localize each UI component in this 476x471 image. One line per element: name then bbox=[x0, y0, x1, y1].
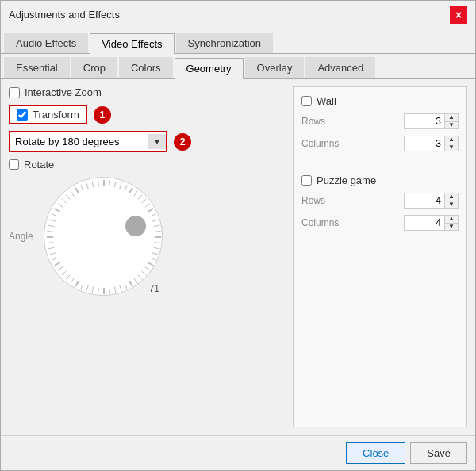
wall-checkbox[interactable] bbox=[301, 96, 312, 106]
tab-audio-effects[interactable]: Audio Effects bbox=[4, 33, 88, 53]
transform-dropdown[interactable]: No transform Rotate by 90 degrees Rotate… bbox=[10, 132, 148, 151]
svg-line-18 bbox=[152, 253, 159, 255]
divider bbox=[301, 163, 459, 163]
svg-line-5 bbox=[129, 188, 132, 193]
tab-video-effects[interactable]: Video Effects bbox=[90, 33, 174, 54]
svg-line-55 bbox=[75, 188, 79, 193]
rotate-label: Rotate bbox=[24, 159, 54, 170]
tab-colors[interactable]: Colors bbox=[119, 57, 173, 78]
wall-rows-down-button[interactable]: ▼ bbox=[445, 122, 458, 129]
close-button[interactable]: Close bbox=[346, 442, 405, 464]
dialog-title: Adjustments and Effects bbox=[9, 9, 120, 21]
svg-line-44 bbox=[47, 243, 53, 243]
puzzle-checkbox[interactable] bbox=[301, 175, 312, 186]
interactive-zoom-row: Interactive Zoom bbox=[9, 86, 285, 98]
puzzle-columns-down-button[interactable]: ▼ bbox=[445, 224, 458, 231]
svg-line-42 bbox=[50, 253, 56, 255]
left-panel: Interactive Zoom Transform 1 No transfor… bbox=[9, 86, 285, 427]
tab-overlay[interactable]: Overlay bbox=[245, 57, 305, 78]
svg-line-46 bbox=[47, 231, 53, 232]
svg-line-52 bbox=[61, 199, 66, 203]
knob-container[interactable]: 71 bbox=[44, 177, 163, 296]
wall-rows-spinner: ▲ ▼ bbox=[404, 113, 459, 129]
rotate-label-row: Rotate bbox=[9, 159, 285, 170]
puzzle-label: Puzzle game bbox=[317, 174, 376, 186]
dialog-close-button[interactable]: × bbox=[450, 6, 467, 24]
svg-line-33 bbox=[86, 285, 88, 292]
svg-line-11 bbox=[150, 214, 155, 216]
dialog: Adjustments and Effects × Audio Effects … bbox=[0, 0, 476, 471]
tab-synchronization[interactable]: Synchronization bbox=[176, 33, 274, 53]
svg-line-57 bbox=[86, 183, 88, 190]
wall-columns-buttons: ▲ ▼ bbox=[444, 136, 458, 151]
badge-1: 1 bbox=[94, 106, 111, 124]
svg-line-16 bbox=[155, 243, 161, 243]
svg-line-14 bbox=[155, 231, 161, 232]
puzzle-columns-buttons: ▲ ▼ bbox=[444, 216, 458, 230]
svg-line-54 bbox=[71, 191, 75, 196]
svg-line-47 bbox=[48, 225, 55, 227]
svg-line-23 bbox=[138, 275, 142, 280]
svg-line-49 bbox=[52, 214, 57, 216]
tab-essential[interactable]: Essential bbox=[4, 57, 70, 78]
wall-columns-down-button[interactable]: ▼ bbox=[445, 144, 458, 151]
svg-line-29 bbox=[109, 288, 110, 294]
interactive-zoom-checkbox[interactable] bbox=[9, 87, 20, 98]
transform-box: Transform bbox=[9, 105, 87, 124]
svg-line-21 bbox=[145, 267, 150, 271]
svg-line-4 bbox=[125, 185, 127, 190]
interactive-zoom-label: Interactive Zoom bbox=[25, 86, 102, 98]
knob-ticks-svg bbox=[44, 178, 163, 297]
svg-line-27 bbox=[120, 285, 121, 292]
svg-line-39 bbox=[58, 267, 63, 271]
dropdown-box: No transform Rotate by 90 degrees Rotate… bbox=[9, 131, 167, 152]
svg-line-53 bbox=[66, 194, 70, 199]
tab-geometry[interactable]: Geometry bbox=[175, 58, 244, 78]
knob-outer[interactable] bbox=[44, 177, 163, 296]
svg-line-56 bbox=[81, 185, 83, 190]
wall-rows-input[interactable] bbox=[405, 114, 444, 128]
wall-columns-input[interactable] bbox=[405, 136, 444, 151]
svg-line-6 bbox=[134, 191, 138, 196]
rotate-section: Rotate Angle bbox=[9, 159, 285, 296]
dropdown-arrow-icon[interactable]: ▼ bbox=[148, 134, 166, 149]
puzzle-rows-label: Rows bbox=[301, 195, 325, 206]
svg-line-50 bbox=[55, 209, 60, 212]
wall-rows-label: Rows bbox=[301, 116, 325, 127]
svg-line-32 bbox=[92, 287, 94, 293]
transform-label: Transform bbox=[33, 109, 79, 121]
svg-line-35 bbox=[75, 281, 79, 286]
puzzle-rows-input[interactable] bbox=[405, 193, 444, 208]
wall-columns-label: Columns bbox=[301, 138, 339, 149]
svg-line-36 bbox=[71, 278, 75, 283]
angle-value: 71 bbox=[149, 283, 159, 294]
transform-checkbox[interactable] bbox=[17, 109, 28, 121]
footer: Close Save bbox=[1, 435, 475, 470]
puzzle-columns-input[interactable] bbox=[405, 216, 444, 230]
rotate-checkbox[interactable] bbox=[9, 159, 19, 170]
svg-line-59 bbox=[98, 180, 98, 186]
sub-tabs: Essential Crop Colors Geometry Overlay A… bbox=[1, 54, 475, 78]
svg-line-51 bbox=[58, 204, 63, 208]
svg-line-12 bbox=[152, 220, 159, 221]
svg-line-48 bbox=[50, 220, 56, 221]
wall-rows-buttons: ▲ ▼ bbox=[444, 114, 458, 128]
puzzle-columns-spinner: ▲ ▼ bbox=[404, 215, 459, 231]
svg-line-31 bbox=[98, 288, 98, 294]
tab-advanced[interactable]: Advanced bbox=[305, 57, 375, 78]
tab-crop[interactable]: Crop bbox=[71, 57, 117, 78]
svg-line-22 bbox=[142, 271, 147, 275]
dropdown-row: No transform Rotate by 90 degrees Rotate… bbox=[9, 131, 285, 152]
puzzle-rows-down-button[interactable]: ▼ bbox=[445, 201, 458, 209]
save-button[interactable]: Save bbox=[410, 442, 467, 464]
svg-line-43 bbox=[48, 247, 55, 249]
svg-line-38 bbox=[61, 271, 66, 275]
svg-line-1 bbox=[109, 180, 110, 186]
svg-line-40 bbox=[55, 262, 60, 266]
angle-label: Angle bbox=[9, 231, 37, 242]
title-bar: Adjustments and Effects × bbox=[1, 1, 475, 29]
svg-line-8 bbox=[142, 199, 147, 203]
puzzle-rows-spinner: ▲ ▼ bbox=[404, 193, 459, 209]
knob-area: Angle bbox=[9, 177, 285, 296]
svg-line-41 bbox=[52, 258, 57, 260]
